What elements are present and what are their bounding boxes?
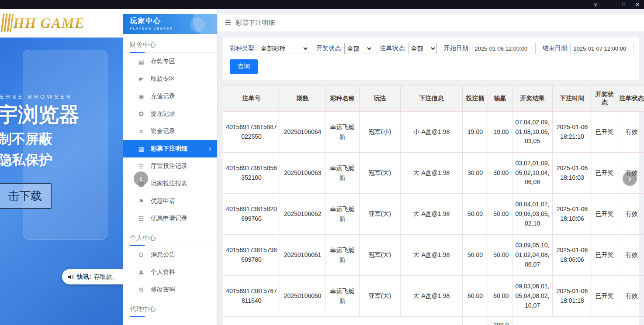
hall-bet-record-icon: ☰ bbox=[138, 163, 145, 170]
table-row: 40156917361579660978020250106061幸运飞艇新冠军(… bbox=[223, 235, 644, 276]
sidebar-item-优惠申请记录[interactable]: ☷优惠申请记录 bbox=[123, 210, 217, 227]
table-cell: 已开奖 bbox=[592, 194, 617, 235]
banner-title: 宇浏览器 bbox=[0, 101, 80, 129]
column-header: 下注时间 bbox=[553, 86, 592, 112]
table-row: 40156917361585635210020250106063幸运飞艇新冠军(… bbox=[223, 153, 644, 194]
withdrawal-record-icon: ✪ bbox=[138, 110, 145, 117]
table-cell: 50.00 bbox=[463, 235, 488, 276]
sidebar-item-修改密码[interactable]: ⚙修改密码 bbox=[123, 281, 217, 298]
table-cell: 有效 bbox=[617, 194, 644, 235]
sidebar-item-个人资料[interactable]: ♟个人资料 bbox=[123, 263, 217, 281]
sidebar-section-title: 个人中心 bbox=[123, 227, 217, 246]
table-cell: 大-A盘@1.98 bbox=[401, 153, 463, 194]
table-cell: 已开奖 bbox=[592, 153, 617, 194]
table-cell: 亚军(大) bbox=[360, 194, 401, 235]
carousel-next-button[interactable]: › bbox=[623, 171, 637, 186]
news-ticker: 快讯: 存取款, bbox=[62, 269, 123, 284]
sidebar-section-title: 财务中心 bbox=[123, 34, 217, 53]
sidebar-item-优惠申请[interactable]: ⚑优惠申请 bbox=[123, 192, 217, 210]
app-window: ∨ – □ ✕ HH GAME ERSE BROWSER 宇浏览器 制不屏蔽 隐… bbox=[0, 0, 644, 325]
sidebar-item-label: 厅室投注记录 bbox=[151, 162, 187, 170]
table-cell: 冠军(小) bbox=[360, 112, 401, 153]
draw-status-label: 开奖状态: bbox=[316, 44, 343, 52]
table-cell: 20250106061 bbox=[280, 235, 325, 276]
column-header: 下注信息 bbox=[401, 86, 463, 112]
maximize-button[interactable]: □ bbox=[620, 2, 627, 7]
column-header: 开奖结果 bbox=[512, 86, 553, 112]
user-icon: ♟ bbox=[138, 269, 145, 276]
promo-panel: HH GAME ERSE BROWSER 宇浏览器 制不屏蔽 隐私保护 击下载 … bbox=[0, 9, 123, 325]
funds-record-icon: ¤ bbox=[138, 128, 145, 135]
sidebar-item-取款专区[interactable]: ☛取款专区 bbox=[123, 70, 217, 88]
summary-cell bbox=[512, 317, 644, 325]
sidebar-item-label: 个人资料 bbox=[151, 268, 175, 276]
sidebar-item-充值记录[interactable]: ◉充值记录 bbox=[123, 88, 217, 105]
end-date-input[interactable] bbox=[570, 43, 634, 54]
menu-icon[interactable]: ☰ bbox=[225, 18, 231, 27]
lottery-type-select[interactable]: 全部彩种 bbox=[258, 43, 309, 54]
banner-tagline: ERSE BROWSER bbox=[0, 93, 73, 100]
column-header: 投注额 bbox=[463, 86, 488, 112]
order-status-label: 注单状态: bbox=[380, 44, 406, 52]
sidebar-header: 玩家中心 PLAYERS CENTER bbox=[123, 14, 217, 34]
table-cell: 幸运飞艇新 bbox=[325, 276, 360, 317]
end-date-label: 结束日期: bbox=[543, 44, 569, 52]
gear-icon: ⚙ bbox=[138, 286, 145, 293]
table-row: 40156917361582069976020250106062幸运飞艇新亚军(… bbox=[223, 194, 644, 235]
search-button[interactable]: 查询 bbox=[230, 59, 258, 74]
minimize-button[interactable]: – bbox=[606, 2, 613, 7]
table-cell: 03,07,01,09,05,02,10,04,06,08 bbox=[512, 153, 553, 194]
sidebar-item-label: 彩票下注明细 bbox=[151, 145, 187, 153]
sidebar-item-资金记录[interactable]: ¤资金记录 bbox=[123, 123, 217, 140]
lottery-bet-detail-icon: ▦ bbox=[138, 145, 145, 152]
deposit-icon: ▤ bbox=[138, 58, 145, 65]
table-cell: 401569173615767811640 bbox=[223, 276, 280, 317]
table-cell: 大-A盘@1.98 bbox=[401, 276, 463, 317]
table-cell: 冠军(大) bbox=[360, 153, 401, 194]
summary-cell: 当前页统计 bbox=[223, 317, 463, 325]
bets-table: 注单号期数彩种名称玩法下注信息投注额输赢开奖结果下注时间开奖状态注单状态 401… bbox=[223, 86, 644, 325]
summary-cell: -209.00 bbox=[488, 317, 512, 325]
sidebar-item-label: 资金记录 bbox=[151, 127, 175, 135]
order-status-select[interactable]: 全部 bbox=[408, 43, 437, 54]
promo-apply-icon: ⚑ bbox=[138, 198, 145, 205]
table-cell: 07,04,02,09,01,08,10,06,03,05 bbox=[512, 112, 553, 153]
page-title: 彩票下注明细 bbox=[235, 19, 275, 27]
chevron-down-icon[interactable]: ∨ bbox=[592, 2, 599, 7]
sidebar-item-彩票下注明细[interactable]: ▦彩票下注明细› bbox=[123, 140, 217, 157]
table-cell: 2025-01-06 18:21:10 bbox=[553, 112, 592, 153]
column-header: 期数 bbox=[280, 86, 325, 112]
sidebar-section-title: 代理中心 bbox=[123, 298, 217, 317]
summary-cell: 209.00 bbox=[463, 317, 488, 325]
sidebar-item-label: 优惠申请记录 bbox=[151, 215, 187, 222]
logo-area: HH GAME bbox=[0, 9, 123, 38]
sidebar-item-提现记录[interactable]: ✪提现记录 bbox=[123, 105, 217, 123]
table-cell: 401569173615796609780 bbox=[223, 235, 280, 276]
sidebar-item-label: 充值记录 bbox=[151, 92, 175, 100]
table-cell: -60.00 bbox=[488, 276, 512, 317]
table-body: 40156917361588702255020250106064幸运飞艇新冠军(… bbox=[223, 112, 644, 325]
sidebar-item-label: 提现记录 bbox=[151, 110, 175, 118]
column-header: 注单号 bbox=[223, 86, 280, 112]
table-cell: 已开奖 bbox=[592, 276, 617, 317]
table-panel: 注单号期数彩种名称玩法下注信息投注额输赢开奖结果下注时间开奖状态注单状态 401… bbox=[223, 86, 639, 325]
sidebar-subtitle: PLAYERS CENTER bbox=[130, 27, 210, 31]
ticker-label: 快讯: bbox=[77, 273, 91, 281]
column-header: 彩种名称 bbox=[325, 86, 360, 112]
close-button[interactable]: ✕ bbox=[634, 2, 641, 7]
sidebar-item-存款专区[interactable]: ▤存款专区 bbox=[123, 53, 217, 70]
download-button[interactable]: 击下载 bbox=[0, 183, 52, 209]
sidebar-item-label: 玩家投注报表 bbox=[151, 180, 187, 188]
sidebar-item-label: 修改密码 bbox=[151, 286, 175, 294]
table-cell: 有效 bbox=[617, 276, 644, 317]
recharge-record-icon: ◉ bbox=[138, 93, 145, 100]
start-date-input[interactable] bbox=[472, 43, 536, 54]
carousel-prev-button[interactable]: ‹ bbox=[134, 171, 148, 186]
sidebar-item-label: 消息公告 bbox=[151, 251, 175, 259]
table-cell: 有效 bbox=[617, 235, 644, 276]
start-date-label: 开始日期: bbox=[444, 44, 470, 52]
sidebar-item-消息公告[interactable]: Ω消息公告 bbox=[123, 246, 217, 263]
table-cell: 已开奖 bbox=[592, 112, 617, 153]
draw-status-select[interactable]: 全部 bbox=[344, 43, 373, 54]
main-header: ☰ 彩票下注明细 bbox=[218, 14, 644, 31]
